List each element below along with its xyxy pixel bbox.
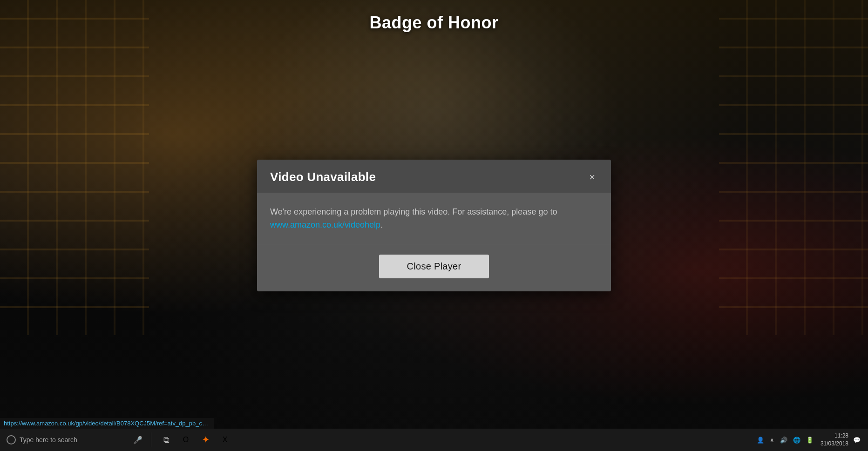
chevron-up-icon[interactable]: ∧ xyxy=(768,437,776,444)
opera-browser-button[interactable]: O xyxy=(176,431,195,449)
dialog-body-text: We're experiencing a problem playing thi… xyxy=(270,206,598,232)
taskbar-divider-1 xyxy=(151,432,151,447)
battery-icon: 🔋 xyxy=(805,437,815,444)
person-icon[interactable]: 👤 xyxy=(755,437,766,444)
system-clock[interactable]: 11:28 31/03/2018 xyxy=(821,432,848,448)
search-placeholder: Type here to search xyxy=(20,436,77,444)
dialog-footer: Close Player xyxy=(257,245,611,291)
dialog-title: Video Unavailable xyxy=(270,170,376,184)
taskbar: Type here to search 🎤 ⧉ O ✦ X 👤 ∧ 🔊 🌐 🔋 … xyxy=(0,429,868,451)
task-view-icon: ⧉ xyxy=(163,435,170,445)
modal-overlay: Video Unavailable × We're experiencing a… xyxy=(0,0,868,451)
dialog-header: Video Unavailable × xyxy=(257,160,611,193)
xmind-button[interactable]: ✦ xyxy=(196,431,215,449)
dialog-close-button[interactable]: × xyxy=(586,170,598,184)
excel-button[interactable]: X xyxy=(216,431,234,449)
clock-date: 31/03/2018 xyxy=(821,440,848,448)
close-player-button[interactable]: Close Player xyxy=(379,255,489,278)
xmind-icon: ✦ xyxy=(202,435,209,445)
system-tray: 👤 ∧ 🔊 🌐 🔋 11:28 31/03/2018 💬 xyxy=(750,432,868,448)
network-icon[interactable]: 🌐 xyxy=(792,437,802,444)
dialog-body: We're experiencing a problem playing thi… xyxy=(257,193,611,245)
excel-icon: X xyxy=(223,436,228,444)
speaker-icon[interactable]: 🔊 xyxy=(779,437,789,444)
clock-time: 11:28 xyxy=(821,432,848,440)
notification-icon[interactable]: 💬 xyxy=(851,437,862,444)
task-view-button[interactable]: ⧉ xyxy=(157,431,176,449)
microphone-icon: 🎤 xyxy=(133,436,142,444)
search-icon xyxy=(7,435,16,444)
video-unavailable-dialog: Video Unavailable × We're experiencing a… xyxy=(257,160,611,291)
url-bar: https://www.amazon.co.uk/gp/video/detail… xyxy=(0,418,214,429)
taskbar-search-area[interactable]: Type here to search 🎤 xyxy=(0,429,149,451)
taskbar-pinned-icons: ⧉ O ✦ X xyxy=(153,431,238,449)
video-help-link[interactable]: www.amazon.co.uk/videohelp xyxy=(270,220,380,229)
opera-icon: O xyxy=(183,436,189,444)
